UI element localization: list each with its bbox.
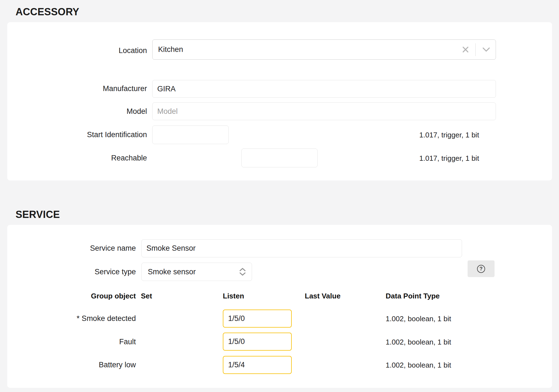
- data-point-type-value: 1.002, boolean, 1 bit: [386, 338, 451, 346]
- chevron-down-icon[interactable]: [482, 47, 490, 52]
- group-object-label: * Smoke detected: [7, 314, 136, 323]
- model-input[interactable]: [152, 102, 496, 120]
- column-header-group-object: Group object: [7, 292, 136, 300]
- table-row-listen-cell: [223, 356, 292, 374]
- reachable-input[interactable]: [241, 149, 318, 167]
- listen-address-input[interactable]: [223, 310, 292, 328]
- service-type-value: Smoke sensor: [148, 268, 196, 276]
- table-row-listen-cell: [223, 333, 292, 351]
- listen-address-input[interactable]: [223, 333, 292, 351]
- accessory-section-title: ACCESSORY: [16, 6, 79, 18]
- chevron-up-down-icon: [239, 268, 246, 276]
- x-icon[interactable]: [462, 46, 469, 53]
- service-name-label: Service name: [7, 244, 136, 253]
- manufacturer-label: Manufacturer: [7, 84, 147, 93]
- service-type-select[interactable]: Smoke sensor: [141, 263, 252, 281]
- start-identification-dpt: 1.017, trigger, 1 bit: [419, 130, 479, 139]
- help-button[interactable]: ?: [468, 260, 495, 277]
- column-header-set: Set: [141, 292, 152, 300]
- data-point-type-value: 1.002, boolean, 1 bit: [386, 361, 451, 370]
- service-name-input[interactable]: [141, 239, 462, 257]
- location-input[interactable]: [158, 45, 462, 54]
- service-section-title: SERVICE: [16, 209, 60, 220]
- group-object-label: Fault: [7, 337, 136, 346]
- start-identification-label: Start Identification: [7, 130, 147, 139]
- data-point-type-value: 1.002, boolean, 1 bit: [386, 314, 451, 323]
- service-card: Service name Service type Smoke sensor ?…: [7, 225, 552, 388]
- service-type-label: Service type: [7, 267, 136, 276]
- location-combobox[interactable]: [152, 39, 496, 60]
- column-header-listen: Listen: [223, 292, 244, 300]
- start-identification-input[interactable]: [152, 125, 229, 144]
- listen-address-input[interactable]: [223, 356, 292, 374]
- manufacturer-input[interactable]: [152, 80, 496, 98]
- reachable-dpt: 1.017, trigger, 1 bit: [419, 154, 479, 163]
- accessory-card: Location Manufacturer Model Start Identi…: [7, 22, 552, 180]
- location-label: Location: [7, 46, 147, 55]
- column-header-last-value: Last Value: [305, 292, 341, 300]
- reachable-label: Reachable: [7, 154, 147, 162]
- question-mark-circle-icon: ?: [477, 265, 485, 273]
- group-object-label: Battery low: [7, 360, 136, 369]
- model-label: Model: [7, 107, 147, 116]
- combobox-divider: [475, 43, 476, 56]
- column-header-data-point-type: Data Point Type: [386, 292, 440, 300]
- table-row-listen-cell: [223, 310, 292, 328]
